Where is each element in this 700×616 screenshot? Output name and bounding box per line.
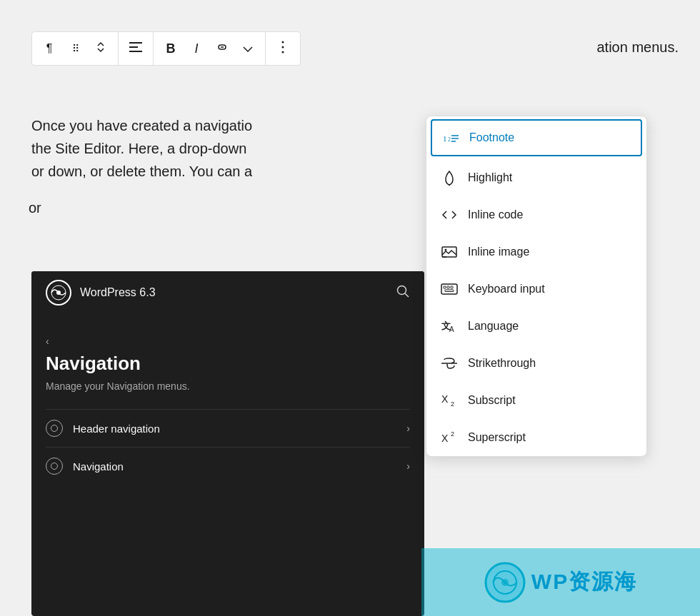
svg-text:2: 2 [451, 400, 454, 408]
subscript-icon: X 2 [441, 392, 458, 409]
menu-item-language[interactable]: 文 A Language [426, 308, 646, 345]
wordpress-logo [46, 280, 71, 306]
language-label: Language [468, 320, 519, 333]
toolbar-group-paragraph: ¶ ⠿ [32, 32, 119, 65]
italic-label: I [194, 41, 198, 56]
superscript-icon: X 2 [441, 429, 458, 446]
svg-text:2: 2 [448, 136, 451, 143]
inline-code-label: Inline code [468, 208, 523, 221]
wp-nav-section: ‹ Navigation Manage your Navigation menu… [31, 314, 424, 499]
align-icon [129, 42, 142, 55]
watermark-text: WP资源海 [531, 567, 637, 597]
wp-panel-header: WordPress 6.3 [31, 271, 424, 314]
toolbar-group-format: B I [154, 32, 266, 65]
svg-text:A: A [449, 325, 454, 333]
editor-toolbar: ¶ ⠿ B [31, 31, 301, 66]
italic-button[interactable]: I [184, 36, 209, 61]
watermark-overlay: WP资源海 [421, 548, 700, 616]
wp-nav-desc: Manage your Navigation menus. [46, 380, 410, 392]
paragraph-icon: ¶ [46, 42, 53, 55]
menu-item-superscript[interactable]: X 2 Superscript [426, 419, 646, 456]
svg-text:X: X [441, 433, 449, 444]
strikethrough-icon [441, 355, 458, 372]
nav-item-circle-icon [46, 420, 63, 437]
nav-item-chevron-1: › [406, 423, 410, 434]
menu-item-strikethrough[interactable]: Strikethrough [426, 345, 646, 382]
inline-image-label: Inline image [468, 246, 529, 258]
svg-text:X: X [441, 393, 449, 405]
link-button[interactable] [209, 36, 235, 61]
or-text: or [29, 200, 41, 216]
svg-point-5 [282, 51, 284, 54]
bold-button[interactable]: B [158, 36, 184, 61]
svg-point-8 [56, 291, 61, 295]
svg-line-10 [405, 293, 409, 297]
wp-nav-item-label-2: Navigation [73, 460, 124, 473]
bold-label: B [166, 41, 176, 56]
wp-search-icon[interactable] [396, 284, 410, 302]
paragraph-button[interactable]: ¶ [36, 36, 62, 61]
inline-image-icon [441, 243, 458, 261]
highlight-icon [441, 169, 458, 186]
back-chevron-icon: ‹ [46, 335, 49, 347]
footnote-icon: 1 2 [442, 129, 459, 146]
toolbar-group-overflow [266, 32, 300, 65]
keyboard-input-icon [441, 281, 458, 298]
svg-rect-21 [444, 286, 446, 288]
link-icon [215, 42, 229, 55]
svg-point-4 [282, 46, 284, 49]
more-options-button[interactable] [235, 36, 261, 61]
move-button[interactable] [88, 36, 114, 61]
wp-nav-item-label-1: Header navigation [73, 423, 160, 435]
wp-nav-item-header[interactable]: Header navigation › [46, 409, 410, 447]
highlight-label: Highlight [468, 171, 512, 184]
superscript-label: Superscript [468, 431, 526, 444]
svg-point-34 [501, 579, 509, 586]
svg-rect-20 [441, 284, 457, 294]
menu-item-keyboard-input[interactable]: Keyboard input [426, 271, 646, 308]
drag-icon: ⠿ [72, 43, 78, 54]
arrows-icon [94, 41, 107, 56]
nav-item-circle-icon-2 [46, 458, 63, 475]
svg-point-18 [445, 249, 447, 251]
nav-item-chevron-2: › [406, 460, 410, 472]
wp-nav-item-navigation[interactable]: Navigation › [46, 447, 410, 485]
svg-rect-24 [445, 290, 454, 292]
svg-text:1: 1 [443, 134, 447, 143]
drag-button[interactable]: ⠿ [62, 36, 88, 61]
ation-text: ation menus. [596, 39, 679, 56]
svg-point-3 [282, 41, 284, 44]
language-icon: 文 A [441, 318, 458, 335]
menu-item-footnote[interactable]: 1 2 Footnote [431, 119, 642, 156]
inline-code-icon [441, 206, 458, 223]
overflow-button[interactable] [270, 36, 296, 61]
menu-item-inline-image[interactable]: Inline image [426, 233, 646, 271]
menu-item-subscript[interactable]: X 2 Subscript [426, 382, 646, 419]
keyboard-input-label: Keyboard input [468, 283, 545, 296]
svg-point-9 [398, 286, 406, 294]
align-button[interactable] [123, 36, 149, 61]
wp-admin-panel: WordPress 6.3 ‹ Navigation Manage your N… [31, 271, 424, 616]
menu-item-inline-code[interactable]: Inline code [426, 196, 646, 233]
strikethrough-label: Strikethrough [468, 357, 536, 370]
wp-back-button[interactable]: ‹ [46, 335, 410, 347]
svg-rect-22 [447, 286, 449, 288]
subscript-label: Subscript [468, 394, 516, 407]
svg-rect-23 [451, 286, 453, 288]
format-dropdown-menu: 1 2 Footnote Highlight Inline code [426, 116, 647, 457]
svg-text:2: 2 [451, 430, 454, 438]
vertical-dots-icon [281, 41, 284, 56]
chevron-down-icon [243, 42, 253, 55]
watermark-wp-logo [484, 562, 526, 603]
wp-nav-title: Navigation [46, 353, 410, 375]
footnote-label: Footnote [469, 131, 514, 144]
wp-version-title: WordPress 6.3 [80, 286, 396, 299]
toolbar-group-align [119, 32, 154, 65]
menu-item-highlight[interactable]: Highlight [426, 159, 646, 196]
